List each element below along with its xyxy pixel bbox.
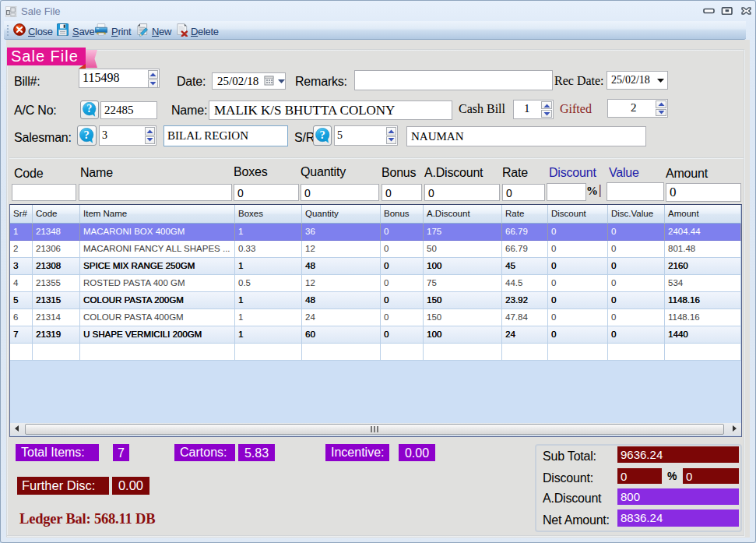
svg-text:?: ? — [319, 129, 325, 141]
svg-text:?: ? — [84, 129, 90, 141]
svg-text:?: ? — [86, 103, 92, 115]
